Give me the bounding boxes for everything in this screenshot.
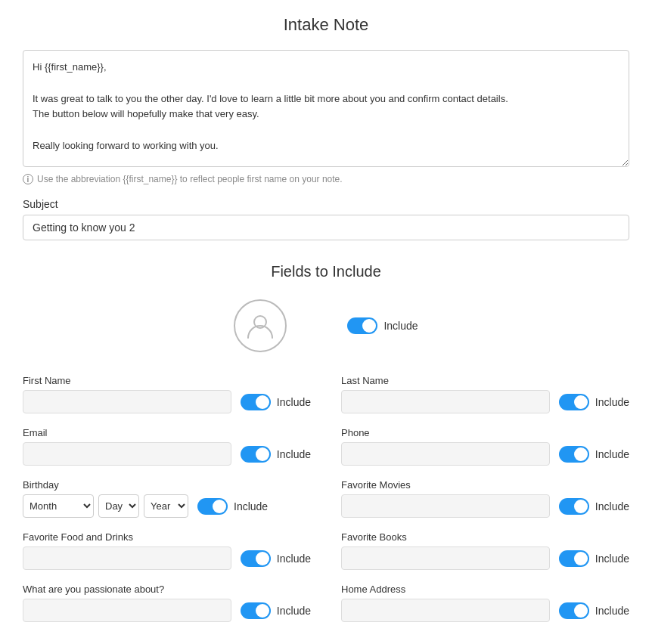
favorite-books-input[interactable]: [341, 546, 550, 570]
home-address-input[interactable]: [341, 599, 550, 622]
field-group-birthday: Birthday Month JanuaryFebruaryMarch Apri…: [23, 479, 311, 518]
birthday-day-select[interactable]: Day 12345: [98, 494, 139, 518]
birthday-year-select[interactable]: Year 2024202320001990: [144, 494, 188, 518]
birthday-label: Birthday: [23, 479, 311, 491]
avatar-row: Include: [23, 299, 629, 352]
field-group-passionate: What are you passionate about? Include: [23, 584, 311, 622]
phone-toggle[interactable]: [559, 446, 589, 463]
info-icon: i: [23, 174, 33, 184]
field-group-first-name: First Name Include: [23, 375, 311, 413]
email-toggle-label: Include: [277, 448, 311, 460]
home-address-toggle-wrapper: Include: [559, 602, 629, 619]
favorite-food-input[interactable]: [23, 546, 231, 570]
avatar-toggle[interactable]: [347, 317, 377, 334]
email-input[interactable]: [23, 442, 231, 466]
phone-toggle-label: Include: [595, 448, 629, 460]
favorite-books-toggle[interactable]: [559, 550, 589, 567]
favorite-movies-toggle-label: Include: [595, 500, 629, 512]
last-name-toggle-label: Include: [595, 396, 629, 408]
first-name-toggle-wrapper: Include: [241, 394, 311, 410]
email-toggle[interactable]: [241, 446, 271, 463]
birthday-toggle-wrapper: Include: [197, 498, 268, 515]
favorite-food-toggle-wrapper: Include: [241, 550, 311, 567]
favorite-books-toggle-wrapper: Include: [559, 550, 629, 567]
note-hint: i Use the abbreviation {{first_name}} to…: [23, 174, 629, 184]
field-group-last-name: Last Name Include: [341, 375, 629, 413]
phone-label: Phone: [341, 427, 629, 438]
avatar-toggle-wrapper: Include: [347, 317, 418, 334]
favorite-food-toggle[interactable]: [241, 550, 271, 567]
field-group-favorite-books: Favorite Books Include: [341, 531, 629, 570]
last-name-toggle[interactable]: [559, 394, 589, 410]
last-name-toggle-wrapper: Include: [559, 394, 629, 410]
phone-toggle-wrapper: Include: [559, 446, 629, 463]
avatar-toggle-label: Include: [383, 320, 418, 332]
favorite-movies-toggle-wrapper: Include: [559, 498, 629, 515]
passionate-toggle[interactable]: [241, 602, 271, 619]
avatar-icon: [234, 299, 287, 352]
first-name-toggle[interactable]: [241, 394, 271, 410]
last-name-label: Last Name: [341, 375, 629, 386]
home-address-toggle[interactable]: [559, 602, 589, 619]
first-name-input[interactable]: [23, 390, 231, 413]
home-address-label: Home Address: [341, 584, 629, 595]
phone-input[interactable]: [341, 442, 550, 466]
passionate-input[interactable]: [23, 599, 231, 622]
note-textarea[interactable]: [23, 50, 629, 167]
field-group-email: Email Include: [23, 427, 311, 466]
email-label: Email: [23, 427, 311, 438]
fields-grid: First Name Include Last Name Include: [23, 375, 629, 636]
birthday-month-select[interactable]: Month JanuaryFebruaryMarch AprilMayJune …: [23, 494, 94, 518]
favorite-movies-label: Favorite Movies: [341, 479, 629, 491]
first-name-label: First Name: [23, 375, 311, 386]
first-name-toggle-label: Include: [277, 396, 311, 408]
birthday-toggle[interactable]: [197, 498, 228, 515]
email-toggle-wrapper: Include: [241, 446, 311, 463]
favorite-books-toggle-label: Include: [595, 553, 629, 565]
passionate-toggle-wrapper: Include: [241, 602, 311, 619]
last-name-input[interactable]: [341, 390, 550, 413]
favorite-movies-input[interactable]: [341, 494, 550, 518]
fields-title: Fields to Include: [23, 263, 629, 280]
field-group-phone: Phone Include: [341, 427, 629, 466]
favorite-food-toggle-label: Include: [277, 553, 311, 565]
passionate-toggle-label: Include: [277, 605, 311, 617]
favorite-food-label: Favorite Food and Drinks: [23, 531, 311, 543]
birthday-toggle-label: Include: [234, 500, 268, 512]
field-group-favorite-movies: Favorite Movies Include: [341, 479, 629, 518]
field-group-favorite-food: Favorite Food and Drinks Include: [23, 531, 311, 570]
page-title: Intake Note: [23, 15, 629, 35]
subject-input[interactable]: [23, 215, 629, 240]
passionate-label: What are you passionate about?: [23, 584, 311, 595]
subject-label: Subject: [23, 198, 629, 210]
favorite-books-label: Favorite Books: [341, 531, 629, 543]
favorite-movies-toggle[interactable]: [559, 498, 589, 515]
home-address-toggle-label: Include: [595, 605, 629, 617]
field-group-home-address: Home Address Include: [341, 584, 629, 622]
